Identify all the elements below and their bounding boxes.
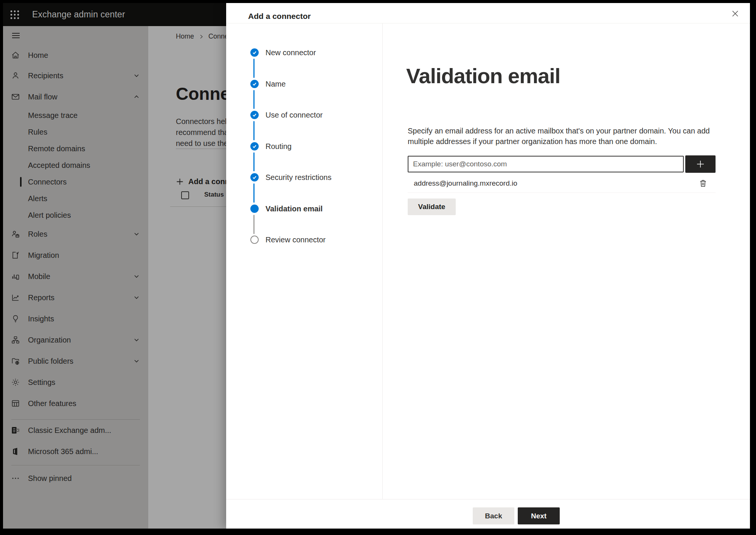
back-button[interactable]: Back <box>473 507 514 524</box>
validate-button[interactable]: Validate <box>408 198 456 215</box>
add-email-button[interactable] <box>685 155 716 173</box>
panel-header: Add a connector <box>226 3 750 23</box>
step-connector-line <box>253 183 255 203</box>
email-input[interactable] <box>408 156 684 172</box>
step-complete-icon <box>250 173 259 181</box>
trash-icon <box>699 179 708 188</box>
close-button[interactable] <box>730 8 741 19</box>
step-complete-icon <box>250 142 259 150</box>
address-email: address@journaling.mxrecord.io <box>414 179 697 188</box>
footer-divider <box>226 499 750 499</box>
address-list-item: address@journaling.mxrecord.io <box>408 174 716 193</box>
step-connector-line <box>253 121 255 140</box>
step-connector-line <box>253 152 255 171</box>
step-complete-icon <box>250 111 259 119</box>
panel-title: Add a connector <box>248 12 311 21</box>
delete-address-button[interactable] <box>697 178 709 189</box>
add-connector-panel: Add a connector New connector <box>226 3 750 529</box>
step-description: Specify an email address for an active m… <box>408 126 710 147</box>
step-heading: Validation email <box>406 64 560 88</box>
close-icon <box>731 9 740 18</box>
step-complete-icon <box>250 48 259 57</box>
dim-overlay <box>3 3 226 529</box>
step-connector-line <box>253 215 255 234</box>
step-connector-line <box>253 90 255 109</box>
plus-icon <box>695 158 706 170</box>
next-button[interactable]: Next <box>518 507 560 524</box>
step-connector-line <box>253 59 255 78</box>
exchange-admin-app: Exchange admin center Home Recipients <box>3 3 750 529</box>
wizard-stepper: New connector Name Use of connector Rout… <box>226 23 383 499</box>
screenshot-frame: Exchange admin center Home Recipients <box>0 0 756 535</box>
step-upcoming-icon <box>250 236 259 244</box>
step-complete-icon <box>250 80 259 88</box>
step-current-icon <box>250 205 259 213</box>
